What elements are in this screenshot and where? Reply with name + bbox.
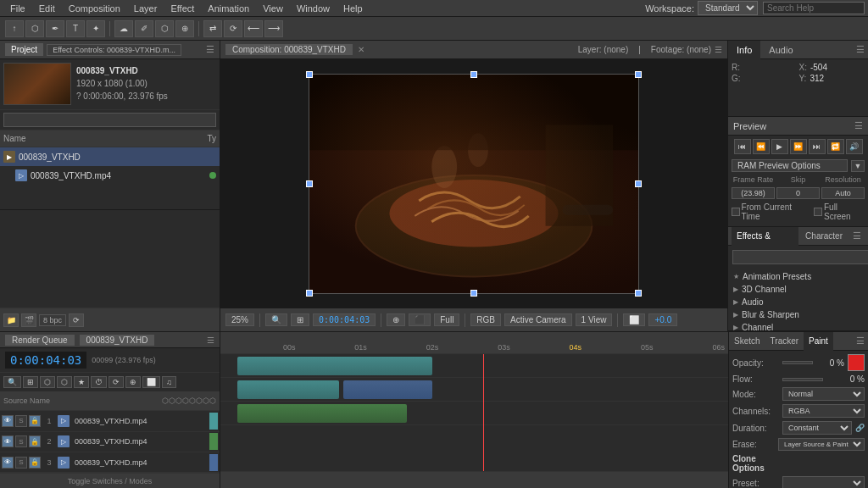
rq-btn-9[interactable]: ⬜ bbox=[142, 376, 160, 388]
toolbar-btn-6[interactable]: ☁ bbox=[114, 20, 133, 37]
ram-preview-btn[interactable]: RAM Preview Options bbox=[732, 159, 848, 172]
project-search-input[interactable] bbox=[3, 113, 216, 127]
preview-tab[interactable]: Preview bbox=[733, 121, 766, 131]
opacity-slider[interactable] bbox=[782, 361, 813, 364]
duration-select[interactable]: Constant bbox=[782, 421, 852, 435]
file-item-1[interactable]: ▷ 000839_VTXHD.mp4 bbox=[0, 166, 220, 185]
effects-search-input[interactable] bbox=[732, 250, 868, 264]
toolbar-btn-2[interactable]: ⬡ bbox=[25, 20, 44, 37]
zoom-control[interactable]: 25% bbox=[225, 313, 254, 326]
prev-audio-btn[interactable]: 🔊 bbox=[846, 139, 863, 154]
rq-btn-8[interactable]: ⊕ bbox=[125, 376, 141, 388]
preview-panel-menu[interactable]: ☰ bbox=[854, 120, 863, 131]
rq-btn-7[interactable]: ⟳ bbox=[108, 376, 124, 388]
track-lock-1[interactable]: 🔒 bbox=[29, 415, 41, 427]
toolbar-btn-13[interactable]: ⟶ bbox=[264, 20, 283, 37]
handle-tr[interactable] bbox=[635, 71, 642, 78]
workspace-select[interactable]: Standard bbox=[698, 1, 758, 15]
bottom-toggle-bar[interactable] bbox=[220, 471, 728, 488]
full-screen-check[interactable]: Full Screen bbox=[814, 202, 865, 221]
new-folder-btn[interactable]: 📁 bbox=[3, 313, 19, 327]
rq-btn-5[interactable]: ★ bbox=[74, 376, 89, 388]
resolution-value[interactable]: Auto bbox=[821, 187, 865, 199]
snap-btn[interactable]: ⊕ bbox=[387, 313, 405, 326]
effects-panel-menu[interactable]: ☰ bbox=[849, 230, 865, 241]
channels-select[interactable]: RGBA bbox=[782, 404, 865, 418]
camera-select[interactable]: Active Camera bbox=[504, 313, 572, 326]
effect-group-3[interactable]: ▶ Blur & Sharpen bbox=[730, 308, 866, 321]
render-queue-tab[interactable]: Render Queue bbox=[5, 335, 75, 346]
comp-timeline-tab[interactable]: 000839_VTXHD bbox=[80, 335, 155, 346]
effect-group-2[interactable]: ▶ Audio bbox=[730, 296, 866, 308]
menu-layer[interactable]: Layer bbox=[127, 0, 164, 17]
skip-value[interactable]: 0 bbox=[776, 187, 820, 199]
handle-rm[interactable] bbox=[635, 180, 642, 187]
track-eye-1[interactable]: 👁 bbox=[2, 415, 14, 427]
character-tab[interactable]: Character bbox=[800, 227, 848, 246]
paint-panel-menu[interactable]: ☰ bbox=[853, 336, 868, 347]
timecode-display[interactable]: 0:00:04:03 bbox=[313, 313, 376, 326]
erase-select[interactable]: Layer Source & Paint bbox=[778, 438, 865, 451]
mode-select[interactable]: Normal bbox=[782, 387, 865, 401]
grid-btn[interactable]: ⊞ bbox=[291, 313, 309, 326]
prev-last-btn[interactable]: ⏭ bbox=[809, 139, 826, 154]
menu-help[interactable]: Help bbox=[337, 0, 370, 17]
menu-edit[interactable]: Edit bbox=[32, 0, 62, 17]
prev-loop-btn[interactable]: 🔁 bbox=[827, 139, 844, 154]
prev-back-btn[interactable]: ⏪ bbox=[753, 139, 770, 154]
timeline-timecode[interactable]: 0:00:04:03 bbox=[5, 352, 86, 369]
info-tab[interactable]: Info bbox=[728, 41, 760, 59]
effect-group-0[interactable]: ★ Animation Presets bbox=[730, 270, 866, 283]
handle-tm[interactable] bbox=[470, 71, 477, 78]
effects-tab[interactable]: Effects & Presets bbox=[732, 227, 798, 246]
paint-tab[interactable]: Paint bbox=[804, 332, 833, 351]
rq-btn-2[interactable]: ⊞ bbox=[23, 376, 38, 388]
audio-tab[interactable]: Audio bbox=[760, 41, 801, 59]
menu-file[interactable]: File bbox=[3, 0, 32, 17]
from-current-checkbox[interactable] bbox=[732, 208, 740, 216]
toolbar-btn-7[interactable]: ✐ bbox=[135, 20, 153, 37]
toolbar-btn-10[interactable]: ⇄ bbox=[203, 20, 222, 37]
clip-bar-2a[interactable] bbox=[237, 380, 339, 399]
menu-view[interactable]: View bbox=[256, 0, 290, 17]
track-lock-2[interactable]: 🔒 bbox=[29, 435, 41, 447]
rq-btn-4[interactable]: ⬡ bbox=[57, 376, 72, 388]
prev-play-btn[interactable]: ▶ bbox=[771, 139, 788, 154]
channel-btn[interactable]: RGB bbox=[470, 313, 501, 326]
clip-bar-2b[interactable] bbox=[343, 380, 432, 399]
render-btn[interactable]: ⬛ bbox=[409, 313, 431, 326]
tracker-tab[interactable]: Tracker bbox=[765, 332, 804, 351]
from-current-check[interactable]: From Current Time bbox=[732, 202, 809, 221]
file-item-0[interactable]: ▶ 000839_VTXHD bbox=[0, 147, 220, 166]
track-solo-2[interactable]: S bbox=[15, 435, 27, 447]
toolbar-btn-4[interactable]: T bbox=[66, 20, 85, 37]
track-eye-2[interactable]: 👁 bbox=[2, 435, 14, 447]
comp-viewer-tab[interactable]: Composition: 000839_VTXHD bbox=[225, 44, 353, 55]
menu-effect[interactable]: Effect bbox=[164, 0, 201, 17]
handle-bm[interactable] bbox=[470, 290, 477, 297]
close-comp-icon[interactable]: ✕ bbox=[358, 45, 364, 54]
duration-link-icon[interactable]: 🔗 bbox=[855, 424, 865, 432]
toolbar-btn-5[interactable]: ✦ bbox=[86, 20, 105, 37]
toolbar-btn-3[interactable]: ✒ bbox=[46, 20, 64, 37]
frame-rate-value[interactable]: (23.98) bbox=[732, 187, 775, 199]
prev-first-btn[interactable]: ⏮ bbox=[734, 139, 751, 154]
menu-window[interactable]: Window bbox=[290, 0, 337, 17]
track-solo-3[interactable]: S bbox=[15, 457, 27, 469]
menu-animation[interactable]: Animation bbox=[201, 0, 256, 17]
rq-btn-1[interactable]: 🔍 bbox=[3, 376, 21, 388]
toolbar-btn-8[interactable]: ⬡ bbox=[155, 20, 174, 37]
handle-br[interactable] bbox=[635, 290, 642, 297]
panel-menu-icon[interactable]: ☰ bbox=[206, 44, 214, 55]
info-panel-menu[interactable]: ☰ bbox=[853, 44, 868, 55]
refresh-btn[interactable]: ⟳ bbox=[69, 313, 84, 327]
comp-panel-menu[interactable]: ☰ bbox=[715, 45, 722, 54]
handle-tl[interactable] bbox=[306, 71, 313, 78]
toolbar-btn-12[interactable]: ⟵ bbox=[244, 20, 263, 37]
clip-bar-1[interactable] bbox=[237, 357, 432, 375]
effect-group-1[interactable]: ▶ 3D Channel bbox=[730, 283, 866, 296]
rq-btn-10[interactable]: ♫ bbox=[162, 376, 176, 388]
handle-bl[interactable] bbox=[306, 290, 313, 297]
effect-controls-tab[interactable]: Effect Controls: 000839-VTXHD.m... bbox=[47, 44, 181, 56]
track-solo-1[interactable]: S bbox=[15, 415, 27, 427]
